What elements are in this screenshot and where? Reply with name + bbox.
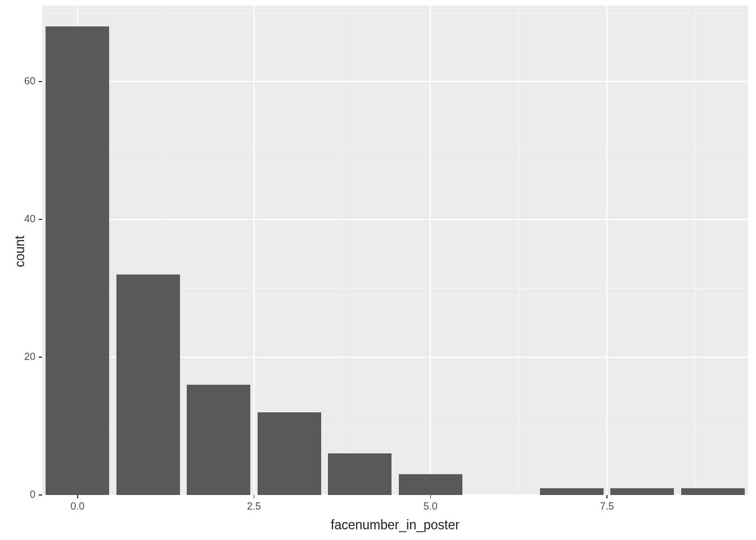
tick-mark (430, 495, 431, 498)
chart-container: 0204060 0.02.55.07.5 count facenumber_in… (0, 0, 756, 540)
y-tick-label: 40 (7, 213, 35, 225)
y-tick-label: 20 (7, 351, 35, 363)
tick-mark (39, 219, 42, 220)
bar (540, 488, 604, 495)
tick-mark (77, 495, 78, 498)
gridline-h-minor (42, 12, 748, 13)
tick-mark (254, 495, 255, 498)
y-axis-title: count (12, 236, 28, 267)
plot-panel (42, 6, 748, 495)
bar (46, 26, 109, 495)
gridline-v-minor (342, 6, 343, 495)
gridline-v-minor (519, 6, 519, 495)
bar (610, 488, 674, 495)
gridline-v (430, 6, 431, 495)
gridline-v (606, 6, 608, 495)
x-tick-label: 0.0 (70, 501, 84, 512)
tick-mark (39, 81, 42, 82)
bar (399, 474, 462, 495)
bar (681, 488, 745, 495)
bar (187, 385, 250, 495)
tick-mark (39, 357, 42, 358)
gridline-h (42, 219, 748, 220)
tick-mark (39, 494, 42, 496)
bar (328, 453, 392, 495)
y-tick-label: 0 (7, 489, 35, 501)
gridline-h-minor (42, 150, 748, 151)
x-axis-title: facenumber_in_poster (42, 518, 748, 533)
x-tick-label: 7.5 (600, 501, 614, 512)
gridline-v (254, 6, 255, 495)
x-tick-label: 5.0 (424, 501, 438, 512)
gridline-v-minor (695, 6, 695, 495)
gridline-h (42, 81, 748, 82)
tick-mark (606, 495, 608, 498)
x-tick-label: 2.5 (247, 501, 261, 512)
bar (116, 274, 180, 495)
bar (258, 412, 321, 495)
y-tick-label: 60 (7, 75, 35, 87)
